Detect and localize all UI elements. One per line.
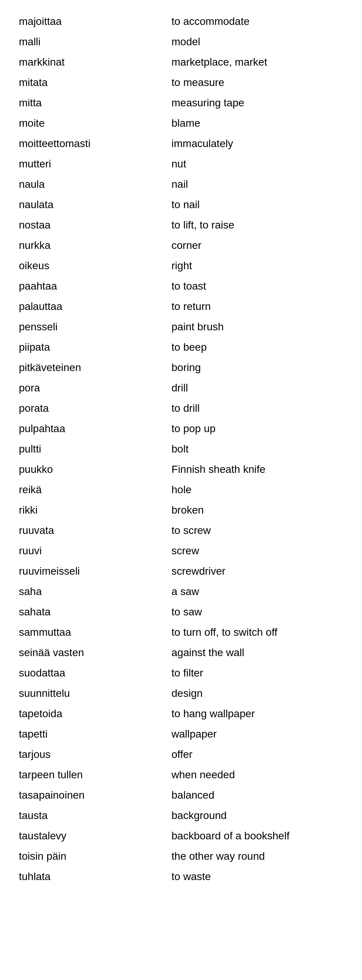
finnish-word: tarpeen tullen <box>15 765 168 785</box>
english-translation: broken <box>168 500 347 520</box>
finnish-word: nurkka <box>15 235 168 256</box>
english-translation: hole <box>168 480 347 500</box>
finnish-word: ruuvi <box>15 541 168 561</box>
finnish-word: pitkäveteinen <box>15 358 168 378</box>
table-row: rikkibroken <box>15 500 347 520</box>
english-translation: nut <box>168 154 347 174</box>
table-row: pulttibolt <box>15 439 347 459</box>
table-row: moiteblame <box>15 113 347 134</box>
finnish-word: sammuttaa <box>15 622 168 643</box>
finnish-word: moitteettomasti <box>15 134 168 154</box>
english-translation: model <box>168 32 347 52</box>
finnish-word: palauttaa <box>15 296 168 317</box>
finnish-word: tausta <box>15 805 168 826</box>
finnish-word: naula <box>15 174 168 194</box>
finnish-word: suunnittelu <box>15 683 168 703</box>
finnish-word: suodattaa <box>15 663 168 683</box>
table-row: naulatato nail <box>15 194 347 215</box>
english-translation: drill <box>168 378 347 398</box>
finnish-word: oikeus <box>15 256 168 276</box>
table-row: ruuviscrew <box>15 541 347 561</box>
english-translation: to return <box>168 296 347 317</box>
english-translation: marketplace, market <box>168 52 347 72</box>
table-row: suunnitteludesign <box>15 683 347 703</box>
english-translation: to beep <box>168 337 347 358</box>
finnish-word: naulata <box>15 194 168 215</box>
table-row: ruuvimeisseliscrewdriver <box>15 561 347 581</box>
table-row: tarjousoffer <box>15 745 347 765</box>
table-row: mutterinut <box>15 154 347 174</box>
english-translation: paint brush <box>168 317 347 337</box>
english-translation: wallpaper <box>168 724 347 745</box>
english-translation: Finnish sheath knife <box>168 459 347 480</box>
finnish-word: pora <box>15 378 168 398</box>
english-translation: to hang wallpaper <box>168 703 347 724</box>
english-translation: background <box>168 805 347 826</box>
english-translation: to lift, to raise <box>168 215 347 235</box>
finnish-word: moite <box>15 113 168 134</box>
english-translation: to filter <box>168 663 347 683</box>
english-translation: to screw <box>168 520 347 541</box>
english-translation: to waste <box>168 867 347 887</box>
finnish-word: mitta <box>15 93 168 113</box>
finnish-word: tasapainoinen <box>15 785 168 805</box>
english-translation: a saw <box>168 581 347 602</box>
table-row: tapettiwallpaper <box>15 724 347 745</box>
finnish-word: piipata <box>15 337 168 358</box>
english-translation: to accommodate <box>168 11 347 32</box>
finnish-word: reikä <box>15 480 168 500</box>
english-translation: the other way round <box>168 846 347 867</box>
english-translation: measuring tape <box>168 93 347 113</box>
table-row: sahatato saw <box>15 602 347 622</box>
english-translation: blame <box>168 113 347 134</box>
finnish-word: mitata <box>15 72 168 93</box>
finnish-word: markkinat <box>15 52 168 72</box>
table-row: tasapainoinenbalanced <box>15 785 347 805</box>
table-row: nurkkacorner <box>15 235 347 256</box>
table-row: markkinatmarketplace, market <box>15 52 347 72</box>
table-row: tuhlatato waste <box>15 867 347 887</box>
finnish-word: rikki <box>15 500 168 520</box>
vocabulary-table: majoittaato accommodatemallimodelmarkkin… <box>15 11 347 887</box>
finnish-word: mutteri <box>15 154 168 174</box>
english-translation: to drill <box>168 398 347 418</box>
finnish-word: majoittaa <box>15 11 168 32</box>
english-translation: screw <box>168 541 347 561</box>
finnish-word: tarjous <box>15 745 168 765</box>
english-translation: boring <box>168 358 347 378</box>
table-row: sahaa saw <box>15 581 347 602</box>
finnish-word: pultti <box>15 439 168 459</box>
table-row: suodattaato filter <box>15 663 347 683</box>
table-row: tapetoidato hang wallpaper <box>15 703 347 724</box>
table-row: poradrill <box>15 378 347 398</box>
finnish-word: toisin päin <box>15 846 168 867</box>
table-row: nostaato lift, to raise <box>15 215 347 235</box>
finnish-word: pulpahtaa <box>15 418 168 439</box>
table-row: sammuttaato turn off, to switch off <box>15 622 347 643</box>
finnish-word: seinää vasten <box>15 643 168 663</box>
table-row: puukkoFinnish sheath knife <box>15 459 347 480</box>
finnish-word: nostaa <box>15 215 168 235</box>
table-row: taustabackground <box>15 805 347 826</box>
english-translation: screwdriver <box>168 561 347 581</box>
table-row: paahtaato toast <box>15 276 347 296</box>
finnish-word: puukko <box>15 459 168 480</box>
table-row: mallimodel <box>15 32 347 52</box>
english-translation: immaculately <box>168 134 347 154</box>
finnish-word: porata <box>15 398 168 418</box>
table-row: pulpahtaato pop up <box>15 418 347 439</box>
english-translation: right <box>168 256 347 276</box>
table-row: poratato drill <box>15 398 347 418</box>
table-row: reikähole <box>15 480 347 500</box>
english-translation: design <box>168 683 347 703</box>
table-row: oikeusright <box>15 256 347 276</box>
finnish-word: pensseli <box>15 317 168 337</box>
finnish-word: ruuvimeisseli <box>15 561 168 581</box>
table-row: naulanail <box>15 174 347 194</box>
finnish-word: malli <box>15 32 168 52</box>
finnish-word: tuhlata <box>15 867 168 887</box>
english-translation: when needed <box>168 765 347 785</box>
table-row: seinää vastenagainst the wall <box>15 643 347 663</box>
english-translation: to toast <box>168 276 347 296</box>
finnish-word: sahata <box>15 602 168 622</box>
